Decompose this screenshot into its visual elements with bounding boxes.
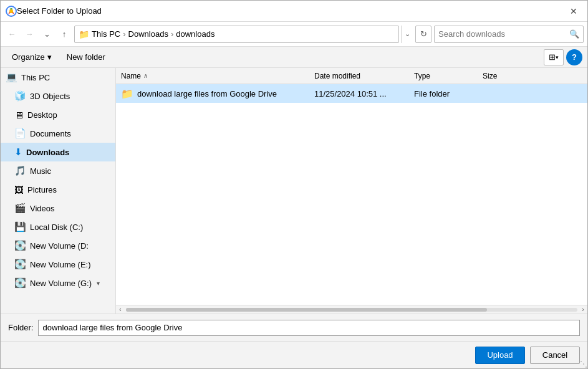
sidebar-label-local-disk-c: Local Disk (C:) bbox=[30, 223, 83, 232]
file-list-header: Name ∧ Date modified Type Size bbox=[116, 68, 587, 84]
sidebar-item-documents[interactable]: 📄 Documents bbox=[1, 124, 115, 143]
resize-grip[interactable]: ⋱ bbox=[579, 360, 587, 368]
sidebar-item-new-volume-e[interactable]: 💽 New Volume (E:) bbox=[1, 255, 115, 274]
documents-icon: 📄 bbox=[14, 128, 26, 139]
search-input[interactable] bbox=[438, 29, 569, 39]
music-icon: 🎵 bbox=[14, 165, 26, 176]
sidebar-item-new-volume-g[interactable]: 💽 New Volume (G:) ▾ bbox=[1, 274, 115, 292]
sidebar: 💻 This PC 🧊 3D Objects 🖥 Desktop 📄 Docum… bbox=[1, 68, 116, 314]
file-list: 📁 download large files from Google Drive… bbox=[116, 84, 587, 305]
title-bar: Select Folder to Upload ✕ bbox=[1, 1, 587, 22]
recent-locations-button[interactable]: ⌄ bbox=[39, 27, 54, 42]
new-volume-e-icon: 💽 bbox=[14, 259, 26, 270]
svg-point-1 bbox=[9, 9, 13, 13]
sidebar-label-3d-objects: 3D Objects bbox=[30, 92, 70, 101]
sidebar-item-this-pc[interactable]: 💻 This PC bbox=[1, 68, 115, 87]
expand-arrow: ▾ bbox=[97, 280, 100, 287]
col-date-header[interactable]: Date modified bbox=[312, 72, 412, 80]
sidebar-label-new-volume-e: New Volume (E:) bbox=[30, 260, 91, 269]
refresh-button[interactable]: ↻ bbox=[415, 26, 431, 43]
sidebar-item-music[interactable]: 🎵 Music bbox=[1, 161, 115, 180]
close-button[interactable]: ✕ bbox=[565, 2, 582, 20]
sidebar-label-this-pc: This PC bbox=[21, 73, 50, 82]
back-button[interactable]: ← bbox=[4, 27, 19, 42]
button-row: Upload Cancel bbox=[1, 341, 587, 368]
file-type-cell: File folder bbox=[412, 89, 480, 98]
new-volume-g-icon: 💽 bbox=[14, 277, 26, 289]
folder-input[interactable] bbox=[38, 320, 580, 336]
forward-button[interactable]: → bbox=[22, 27, 37, 42]
local-disk-c-icon: 💾 bbox=[14, 221, 26, 232]
view-button[interactable]: ⊞ ▾ bbox=[544, 49, 564, 65]
path-downloads[interactable]: Downloads bbox=[128, 29, 168, 39]
this-pc-icon: 💻 bbox=[6, 72, 17, 83]
downloads-icon: ⬇ bbox=[14, 146, 22, 158]
file-name-text: download large files from Google Drive bbox=[137, 89, 277, 98]
path-dropdown-button[interactable]: ⌄ bbox=[402, 26, 413, 43]
sidebar-label-documents: Documents bbox=[30, 129, 71, 138]
new-folder-button[interactable]: New folder bbox=[60, 49, 112, 65]
sidebar-item-downloads[interactable]: ⬇ Downloads bbox=[1, 143, 115, 161]
address-path[interactable]: 📁 This PC › Downloads › downloads bbox=[74, 26, 399, 43]
new-volume-d-icon: 💽 bbox=[14, 240, 26, 251]
dialog: Select Folder to Upload ✕ ← → ⌄ ↑ 📁 This… bbox=[0, 0, 588, 369]
file-area: Name ∧ Date modified Type Size 📁 bbox=[116, 68, 587, 314]
col-type-header[interactable]: Type bbox=[412, 72, 480, 80]
file-date-cell: 11/25/2024 10:51 ... bbox=[312, 89, 412, 98]
videos-icon: 🎬 bbox=[14, 203, 26, 214]
pictures-icon: 🖼 bbox=[14, 184, 24, 195]
search-box: 🔍 bbox=[434, 26, 584, 43]
help-button[interactable]: ? bbox=[566, 49, 582, 65]
scroll-right-button[interactable]: › bbox=[579, 305, 587, 314]
sidebar-label-videos: Videos bbox=[30, 204, 55, 213]
organize-label: Organize bbox=[12, 52, 45, 62]
scroll-thumb[interactable] bbox=[126, 308, 487, 312]
sidebar-item-videos[interactable]: 🎬 Videos bbox=[1, 199, 115, 218]
col-name-header[interactable]: Name ∧ bbox=[118, 72, 312, 80]
sidebar-item-3d-objects[interactable]: 🧊 3D Objects bbox=[1, 87, 115, 105]
file-name-cell: 📁 download large files from Google Drive bbox=[118, 88, 312, 100]
sidebar-label-new-volume-d: New Volume (D: bbox=[30, 241, 89, 251]
sidebar-label-new-volume-g: New Volume (G:) bbox=[30, 279, 92, 288]
sidebar-item-new-volume-d[interactable]: 💽 New Volume (D: bbox=[1, 236, 115, 255]
sidebar-label-downloads: Downloads bbox=[26, 148, 69, 157]
table-row[interactable]: 📁 download large files from Google Drive… bbox=[116, 84, 587, 103]
organize-arrow: ▾ bbox=[47, 52, 52, 62]
new-folder-label: New folder bbox=[67, 52, 105, 62]
address-bar: ← → ⌄ ↑ 📁 This PC › Downloads › download… bbox=[1, 22, 587, 47]
path-downloads-sub[interactable]: downloads bbox=[176, 29, 214, 39]
sidebar-item-local-disk-c[interactable]: 💾 Local Disk (C:) bbox=[1, 218, 115, 236]
cancel-button[interactable]: Cancel bbox=[530, 347, 580, 364]
search-icon: 🔍 bbox=[569, 29, 579, 39]
sidebar-item-pictures[interactable]: 🖼 Pictures bbox=[1, 180, 115, 199]
sidebar-label-pictures: Pictures bbox=[27, 185, 57, 194]
upload-button[interactable]: Upload bbox=[475, 347, 525, 364]
col-size-header[interactable]: Size bbox=[480, 72, 585, 80]
view-icon: ⊞ bbox=[549, 52, 556, 62]
horizontal-scrollbar[interactable]: ‹ › bbox=[116, 305, 587, 314]
folder-label: Folder: bbox=[8, 323, 33, 332]
view-arrow: ▾ bbox=[556, 54, 559, 60]
path-folder-icon: 📁 bbox=[79, 29, 89, 39]
dialog-title: Select Folder to Upload bbox=[17, 6, 565, 16]
organize-button[interactable]: Organize ▾ bbox=[6, 49, 58, 65]
toolbar: Organize ▾ New folder ⊞ ▾ ? bbox=[1, 47, 587, 68]
up-button[interactable]: ↑ bbox=[57, 27, 72, 42]
folder-icon: 📁 bbox=[121, 88, 133, 100]
folder-input-row: Folder: bbox=[1, 314, 587, 341]
sort-arrow: ∧ bbox=[143, 72, 148, 79]
3d-objects-icon: 🧊 bbox=[14, 90, 26, 102]
scroll-track[interactable] bbox=[126, 308, 577, 312]
desktop-icon: 🖥 bbox=[14, 110, 24, 120]
sidebar-item-desktop[interactable]: 🖥 Desktop bbox=[1, 105, 115, 124]
sidebar-label-desktop: Desktop bbox=[27, 110, 57, 120]
content-area: 💻 This PC 🧊 3D Objects 🖥 Desktop 📄 Docum… bbox=[1, 68, 587, 314]
sidebar-label-music: Music bbox=[30, 166, 51, 176]
scroll-left-button[interactable]: ‹ bbox=[116, 305, 125, 314]
app-icon bbox=[6, 6, 17, 17]
path-this-pc[interactable]: This PC bbox=[92, 29, 120, 39]
